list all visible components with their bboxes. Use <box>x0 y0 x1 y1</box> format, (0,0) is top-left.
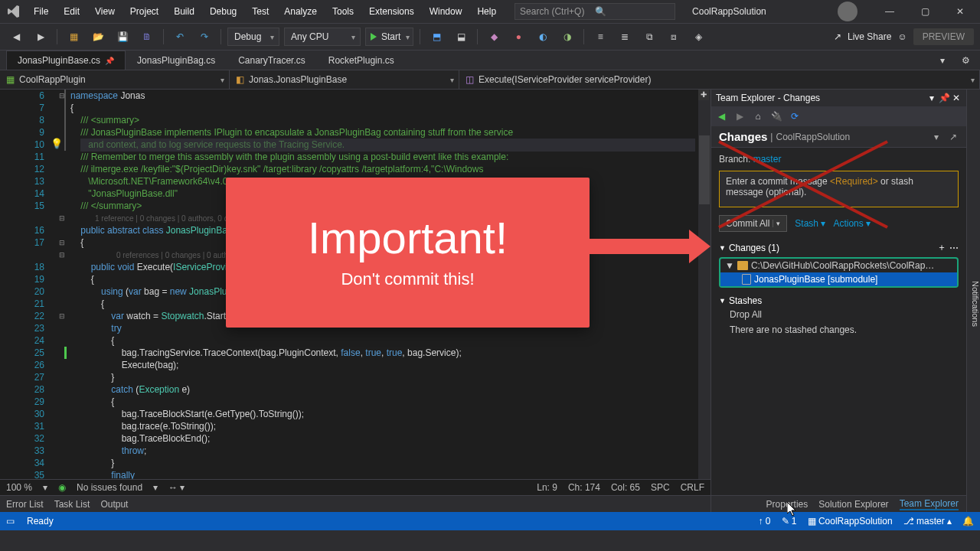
menu-extensions[interactable]: Extensions <box>361 3 422 20</box>
char-pos: Ch: 174 <box>568 482 600 493</box>
bookmark-icon[interactable]: ◈ <box>688 27 708 47</box>
menu-analyze[interactable]: Analyze <box>276 3 325 20</box>
tab-file[interactable]: CanaryTracer.cs <box>227 51 317 70</box>
back-icon[interactable]: ◀ <box>6 27 26 47</box>
commit-message-input[interactable]: Enter a commit message <Required> or sta… <box>719 171 959 207</box>
tab-solution-explorer[interactable]: Solution Explorer <box>818 499 888 510</box>
user-avatar[interactable] <box>838 2 858 21</box>
publish-icon[interactable]: ↑ 0 <box>758 516 770 527</box>
char-nav-icon[interactable]: ↔ ▾ <box>168 482 185 493</box>
undo-icon[interactable]: ↶ <box>170 27 190 47</box>
menu-file[interactable]: File <box>26 3 56 20</box>
notifications-icon[interactable]: 🔔 <box>962 516 974 527</box>
refresh-icon[interactable]: ⟳ <box>789 111 800 122</box>
project-combo[interactable]: ▦CoolRappPlugin <box>0 70 230 89</box>
menu-edit[interactable]: Edit <box>56 3 87 20</box>
ext-1-icon[interactable]: ◆ <box>484 27 504 47</box>
pending-icon[interactable]: ✎ 1 <box>782 516 797 527</box>
menu-debug[interactable]: Debug <box>202 3 244 20</box>
ext-4-icon[interactable]: ◑ <box>557 27 577 47</box>
bottom-tab[interactable]: Task List <box>54 499 90 510</box>
issues-status[interactable]: No issues found <box>77 482 142 493</box>
menu-project[interactable]: Project <box>122 3 166 20</box>
config-combo[interactable]: Debug <box>227 28 279 46</box>
connect-icon[interactable]: 🔌 <box>771 111 782 122</box>
status-branch[interactable]: ⎇ master ▴ <box>903 516 952 527</box>
eol-mode[interactable]: CRLF <box>681 482 704 493</box>
pin-icon[interactable]: 📌 <box>105 57 114 65</box>
ext-3-icon[interactable]: ◐ <box>533 27 553 47</box>
nav-fwd-icon[interactable]: ▶ <box>734 111 745 122</box>
outdent-icon[interactable]: ≣ <box>615 27 635 47</box>
close-button[interactable]: ✕ <box>943 0 977 23</box>
start-debug-button[interactable]: Start <box>365 28 413 46</box>
menu-view[interactable]: View <box>87 3 122 20</box>
section-menu-icon[interactable]: ▾ <box>931 132 942 142</box>
preview-button[interactable]: PREVIEW <box>913 28 974 45</box>
stash-link[interactable]: Stash ▾ <box>795 218 825 229</box>
split-editor-icon[interactable]: ✚ <box>698 90 709 100</box>
forward-icon[interactable]: ▶ <box>31 27 51 47</box>
commit-all-button[interactable]: Commit All▾ <box>719 215 787 232</box>
tab-gear-icon[interactable]: ⚙ <box>956 51 975 70</box>
stashes-header[interactable]: Stashes <box>729 295 762 306</box>
panel-pin-icon[interactable]: 📌 <box>939 93 949 103</box>
notifications-strip[interactable]: Notifications <box>966 90 980 512</box>
redo-icon[interactable]: ↷ <box>194 27 214 47</box>
minimize-button[interactable]: — <box>873 0 906 23</box>
tab-file[interactable]: JonasPluginBase.cs📌 <box>6 51 126 70</box>
new-project-icon[interactable]: ▦ <box>64 27 83 47</box>
home-icon[interactable]: ⌂ <box>753 111 763 122</box>
menu-test[interactable]: Test <box>244 3 276 20</box>
tab-dropdown-icon[interactable]: ▾ <box>933 51 952 70</box>
tab-team-explorer[interactable]: Team Explorer <box>900 498 959 510</box>
changes-more-icon[interactable]: ⋯ <box>949 243 959 253</box>
zoom-level[interactable]: 100 % <box>6 482 32 493</box>
quick-search-input[interactable]: Search (Ctrl+Q)🔍 <box>514 3 675 20</box>
actions-link[interactable]: Actions ▾ <box>833 218 871 229</box>
tab-file[interactable]: RocketPlugin.cs <box>317 51 406 70</box>
browser-link-icon[interactable]: ⬒ <box>426 27 446 47</box>
platform-combo[interactable]: Any CPU <box>284 28 361 46</box>
branch-link[interactable]: master <box>753 154 782 165</box>
status-solution[interactable]: ▦ CoolRappSolution <box>808 516 893 527</box>
open-icon[interactable]: 📂 <box>88 27 108 47</box>
panel-close-icon[interactable]: ✕ <box>951 93 962 103</box>
menu-window[interactable]: Window <box>422 3 470 20</box>
class-combo[interactable]: ◧Jonas.JonasPluginBase <box>230 70 459 89</box>
lightbulb-icon[interactable]: 💡 <box>51 138 63 150</box>
live-share-icon[interactable]: ↗ <box>834 31 841 42</box>
stage-all-icon[interactable]: ＋ <box>937 241 946 254</box>
line-col: Ln: 9 <box>537 482 557 493</box>
save-all-icon[interactable]: 🗎 <box>137 27 157 47</box>
tab-file[interactable]: JonasPluginBag.cs <box>126 51 227 70</box>
drop-all-link[interactable]: Drop All <box>730 309 959 320</box>
live-share-button[interactable]: Live Share <box>848 31 891 42</box>
tree-folder-row[interactable]: ▼C:\Dev\GitHub\CoolRappRockets\CoolRappS… <box>720 259 957 272</box>
save-icon[interactable]: 💾 <box>113 27 132 47</box>
bottom-tab[interactable]: Output <box>100 499 128 510</box>
maximize-button[interactable]: ▢ <box>908 0 942 23</box>
ext-2-icon[interactable]: ● <box>508 27 528 47</box>
vs-logo-icon[interactable] <box>3 5 24 18</box>
feedback-icon[interactable]: ☺ <box>897 31 906 42</box>
ins-mode[interactable]: SPC <box>651 482 670 493</box>
changes-section-header[interactable]: Changes (1) <box>729 243 779 253</box>
tree-submodule-row[interactable]: JonasPluginBase [submodule] <box>720 272 957 286</box>
vertical-scrollbar[interactable] <box>698 90 710 479</box>
indent-icon[interactable]: ≡ <box>590 27 610 47</box>
menu-tools[interactable]: Tools <box>325 3 361 20</box>
menu-help[interactable]: Help <box>469 3 504 20</box>
bottom-tab[interactable]: Error List <box>6 499 44 510</box>
menu-build[interactable]: Build <box>166 3 202 20</box>
script-debug-icon[interactable]: ⬓ <box>451 27 471 47</box>
undock-icon[interactable]: ↗ <box>948 132 959 142</box>
comment-icon[interactable]: ⧉ <box>639 27 659 47</box>
window-mgmt-icon[interactable]: ▭ <box>6 516 15 527</box>
uncomment-icon[interactable]: ⧈ <box>664 27 684 47</box>
chevron-down-icon[interactable]: ▼ <box>719 297 726 305</box>
chevron-down-icon[interactable]: ▼ <box>719 244 726 252</box>
nav-back-icon[interactable]: ◀ <box>716 111 727 122</box>
member-combo[interactable]: ◫Execute(IServiceProvider serviceProvide… <box>459 70 980 89</box>
panel-dropdown-icon[interactable]: ▾ <box>926 93 937 103</box>
